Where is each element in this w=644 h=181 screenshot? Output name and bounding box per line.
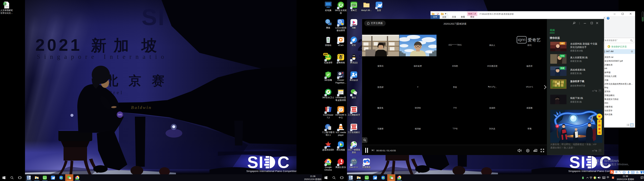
svg-text:SI: SI — [569, 155, 585, 169]
svg-text:W: W — [349, 177, 351, 179]
svg-text:?: ? — [608, 17, 608, 20]
svg-text:YOUKU: YOUKU — [352, 24, 356, 25]
svg-text:W: W — [27, 177, 29, 179]
svg-text:戏: 戏 — [598, 131, 601, 134]
svg-text:S: S — [610, 170, 613, 174]
svg-text:22: 22 — [638, 172, 639, 174]
svg-text:爱奇艺: 爱奇艺 — [528, 38, 541, 42]
svg-text:开: 开 — [598, 120, 601, 123]
svg-text:游: 游 — [598, 128, 601, 130]
svg-text:C: C — [278, 155, 289, 169]
svg-text:iQIYI: iQIYI — [518, 38, 526, 42]
svg-text:iQIYI: iQIYI — [44, 177, 46, 179]
svg-text:SI: SI — [247, 155, 263, 169]
svg-text:Baldwin: Baldwin — [131, 105, 152, 110]
svg-text:iQIYI: iQIYI — [366, 177, 368, 179]
svg-text:iQIYI: iQIYI — [352, 4, 356, 6]
svg-text:545: 545 — [118, 113, 122, 116]
svg-text:S: S — [4, 2, 6, 5]
svg-text:始: 始 — [598, 124, 601, 126]
svg-text:DEV: DEV — [352, 160, 356, 162]
svg-text:C++: C++ — [352, 162, 356, 164]
svg-text:S: S — [612, 177, 614, 179]
